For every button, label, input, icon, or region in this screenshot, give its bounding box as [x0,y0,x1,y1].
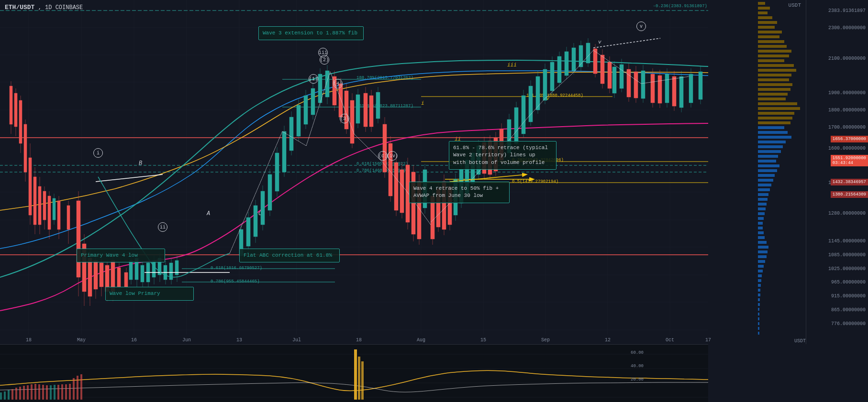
oscillator: 60.00 40.00 20.00 [0,344,708,402]
svg-rect-332 [73,378,75,400]
svg-rect-317 [15,388,17,400]
oscillator-svg [0,345,708,402]
svg-rect-314 [4,391,6,400]
timeframe: 1D [45,4,52,11]
svg-rect-334 [80,374,82,400]
usdt-top-label: USDT [789,2,801,8]
svg-rect-301 [758,298,760,301]
price-2383: 2383.91361897 [828,8,866,13]
price-865: 865.00000000 [831,307,866,313]
svg-rect-281 [758,203,767,206]
price-box-1380: 1380.21564309 [831,191,868,198]
wave-label-4: (4) [333,79,343,88]
svg-rect-266 [758,131,788,134]
osc-label-60: 60.00 [631,350,644,355]
svg-rect-278 [758,188,770,191]
price-1145: 1145.00000000 [828,239,866,244]
price-2100: 2100.00000000 [828,56,866,61]
svg-rect-293 [758,260,765,263]
svg-rect-245 [758,31,782,33]
price-1600: 1600.00000000 [828,145,866,151]
svg-rect-256 [758,83,792,86]
svg-line-235 [96,174,163,182]
svg-rect-296 [758,274,762,277]
svg-rect-87 [152,261,156,277]
svg-rect-315 [8,390,10,400]
wave-label-ii: ii [158,222,167,232]
svg-rect-313 [0,392,2,400]
wave2-territory-annotation: 61.8% - 78.6% retrace (typicalWave 2 ter… [449,141,556,170]
osc-label-20: 20.00 [631,377,644,382]
svg-rect-243 [758,21,777,24]
svg-rect-299 [758,289,760,292]
svg-rect-307 [758,327,759,330]
usdt-osc-label: USDT [794,338,806,344]
svg-rect-259 [758,98,786,100]
svg-rect-247 [758,40,784,43]
svg-rect-330 [65,384,67,400]
price-axis: 2383.91361897 2300.00000000 2100.0000000… [806,0,868,344]
svg-rect-265 [758,126,784,129]
price-1025: 1025.00000000 [828,266,866,271]
wave4-retrace-annotation: Wave 4 retrace to 50% fib + AVWAP from J… [409,182,510,203]
price-1280: 1280.00000000 [828,211,866,216]
svg-rect-275 [758,174,775,177]
svg-rect-83 [141,265,144,282]
svg-rect-261 [758,107,800,110]
svg-rect-287 [758,231,764,234]
svg-rect-250 [758,54,789,57]
svg-rect-242 [758,16,772,19]
timeframe-label: , [38,4,45,11]
svg-rect-323 [38,384,40,400]
symbol-label: ETH/USDT [5,4,34,11]
price-1085: 1085.00000000 [828,252,866,257]
wave-low-primary-annotation: Wave low Primary [105,287,194,301]
svg-rect-329 [61,384,63,400]
price-1800: 1800.00000000 [828,108,866,113]
svg-rect-75 [124,272,128,287]
svg-rect-252 [758,64,794,67]
wave-label-i: i [93,148,103,158]
svg-rect-294 [758,265,764,268]
svg-rect-304 [758,313,759,315]
chart-header: ETH/USDT , 1D COINBASE [5,4,83,11]
price-box-1432: 1432.38346957 [831,179,868,185]
svg-rect-269 [758,145,783,148]
svg-rect-325 [46,385,48,400]
svg-rect-335 [354,349,357,400]
svg-rect-246 [758,35,779,38]
svg-rect-73 [117,268,121,287]
svg-rect-289 [758,241,767,244]
svg-rect-300 [758,293,760,296]
wave-low-text: Wave low Primary [110,291,160,296]
svg-rect-263 [758,117,792,120]
svg-rect-308 [758,332,759,335]
svg-rect-240 [758,7,770,10]
price-1700: 1700.00000000 [828,125,866,130]
svg-rect-320 [27,385,29,400]
svg-rect-268 [758,141,786,143]
svg-rect-280 [758,198,768,201]
svg-rect-306 [758,322,759,325]
wave-label-2: (2) [320,55,329,65]
price-915: 915.00000000 [831,293,866,299]
exchange: COINBASE [56,4,83,11]
svg-rect-326 [50,385,52,400]
wave-label-c: (c) [378,151,388,161]
svg-rect-260 [758,102,797,105]
svg-rect-257 [758,88,790,91]
svg-rect-241 [758,11,768,14]
svg-rect-274 [758,169,777,172]
svg-rect-284 [758,217,764,220]
svg-rect-239 [758,2,765,5]
svg-rect-324 [42,385,44,400]
svg-rect-319 [23,386,25,400]
svg-rect-262 [758,112,794,115]
svg-rect-251 [758,59,784,62]
svg-rect-305 [758,317,759,320]
price-2300: 2300.00000000 [828,25,866,30]
svg-rect-322 [34,384,36,400]
svg-rect-264 [758,121,790,124]
svg-rect-327 [54,385,56,400]
svg-rect-295 [758,270,763,272]
